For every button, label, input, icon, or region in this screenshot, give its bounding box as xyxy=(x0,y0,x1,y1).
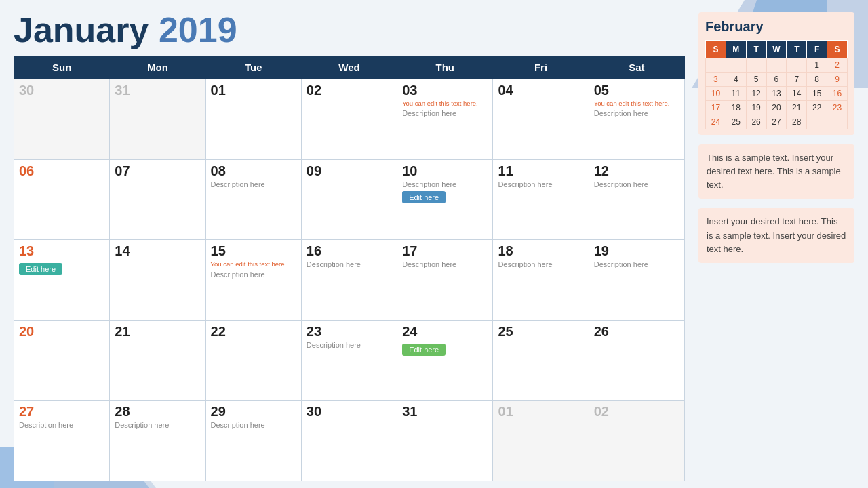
mini-day-cell: 16 xyxy=(827,87,848,101)
mini-day-cell: 15 xyxy=(807,87,827,101)
day-number: 15 xyxy=(211,243,296,259)
day-number: 07 xyxy=(115,163,200,179)
mini-day-cell: 20 xyxy=(766,101,787,115)
month-label: January xyxy=(14,10,149,49)
day-number: 14 xyxy=(115,243,200,259)
mini-calendar-container: February S M T W T F S 12345678910111213… xyxy=(698,12,854,135)
mini-header-tue: T xyxy=(746,41,766,58)
mini-day-cell: 27 xyxy=(766,115,787,129)
mini-day-cell: 21 xyxy=(787,101,807,115)
day-number: 31 xyxy=(402,404,488,420)
day-number: 26 xyxy=(594,324,679,340)
day-number: 22 xyxy=(211,324,296,340)
you-can-edit-text: You can edit this text here. xyxy=(211,260,296,268)
day-number: 02 xyxy=(307,83,392,98)
day-number: 21 xyxy=(115,324,200,340)
mini-week-row: 17181920212223 xyxy=(706,101,848,115)
day-number: 04 xyxy=(498,83,583,98)
cal-day-cell: 24Edit here xyxy=(397,320,493,401)
mini-day-cell: 25 xyxy=(726,115,746,129)
mini-day-cell xyxy=(746,58,766,73)
day-number: 30 xyxy=(19,83,104,98)
day-description: Description here xyxy=(594,180,679,188)
mini-day-cell: 8 xyxy=(807,73,827,87)
mini-day-cell: 6 xyxy=(766,73,787,87)
mini-day-cell: 17 xyxy=(706,101,726,115)
day-number: 10 xyxy=(402,163,488,179)
weekday-header-fri: Fri xyxy=(493,56,589,79)
day-number: 19 xyxy=(594,243,679,259)
cal-day-cell: 02 xyxy=(301,79,397,160)
mini-day-cell: 12 xyxy=(746,87,766,101)
day-number: 05 xyxy=(594,83,679,98)
mini-week-row: 10111213141516 xyxy=(706,87,848,101)
cal-day-cell: 18Description here xyxy=(493,240,589,321)
weekday-header-sat: Sat xyxy=(589,56,684,79)
day-description: Description here xyxy=(211,421,296,429)
edit-tag[interactable]: Edit here xyxy=(19,263,62,275)
cal-day-cell: 27Description here xyxy=(14,401,110,481)
mini-day-cell: 5 xyxy=(746,73,766,87)
cal-day-cell: 30 xyxy=(14,79,110,160)
day-number: 12 xyxy=(594,163,679,179)
weekday-header-sun: Sun xyxy=(14,56,110,79)
mini-day-cell: 26 xyxy=(746,115,766,129)
day-description: Description here xyxy=(498,180,583,188)
mini-header-sun: S xyxy=(706,41,726,58)
cal-day-cell: 12Description here xyxy=(589,159,684,240)
edit-tag[interactable]: Edit here xyxy=(402,344,446,356)
mini-week-row: 2425262728 xyxy=(706,115,848,129)
day-number: 08 xyxy=(211,163,296,179)
day-number: 16 xyxy=(307,243,392,259)
day-description: Description here xyxy=(402,180,488,188)
day-description: Description here xyxy=(115,421,200,429)
cal-week-row: 060708Description here0910Description he… xyxy=(14,159,685,240)
day-description: Description here xyxy=(594,260,679,268)
day-number: 03 xyxy=(402,83,488,98)
cal-week-row: 20212223Description here24Edit here2526 xyxy=(14,320,685,401)
day-number: 28 xyxy=(115,404,200,420)
mini-calendar-table: S M T W T F S 12345678910111213141516171… xyxy=(705,40,848,129)
calendar-title: January 2019 xyxy=(14,12,685,47)
mini-day-cell xyxy=(706,58,726,73)
day-number: 11 xyxy=(498,163,583,179)
cal-day-cell: 16Description here xyxy=(301,240,397,321)
cal-day-cell: 22 xyxy=(205,320,301,401)
mini-day-cell xyxy=(807,115,827,129)
cal-day-cell: 09 xyxy=(301,159,397,240)
day-description: Description here xyxy=(594,109,679,117)
cal-day-cell: 13Edit here xyxy=(14,240,110,321)
mini-day-cell xyxy=(787,58,807,73)
day-number: 23 xyxy=(307,324,392,340)
mini-header-fri: F xyxy=(807,41,827,58)
day-number: 06 xyxy=(19,163,104,179)
mini-day-cell: 23 xyxy=(827,101,848,115)
cal-day-cell: 29Description here xyxy=(205,401,301,481)
weekday-header-tue: Tue xyxy=(205,56,301,79)
cal-day-cell: 05You can edit this text here.Descriptio… xyxy=(589,79,684,160)
sidebar-text-1: This is a sample text. Insert your desir… xyxy=(698,144,854,199)
mini-day-cell xyxy=(827,115,848,129)
mini-day-cell: 19 xyxy=(746,101,766,115)
mini-day-cell: 9 xyxy=(827,73,848,87)
mini-day-cell xyxy=(726,58,746,73)
cal-day-cell: 21 xyxy=(110,320,205,401)
weekday-header-wed: Wed xyxy=(301,56,397,79)
cal-day-cell: 30 xyxy=(301,401,397,481)
cal-day-cell: 11Description here xyxy=(493,159,589,240)
mini-day-cell: 14 xyxy=(787,87,807,101)
year-label: 2019 xyxy=(159,10,237,49)
day-description: Description here xyxy=(498,260,583,268)
cal-day-cell: 02 xyxy=(589,401,684,481)
main-container: January 2019 SunMonTueWedThuFriSat 30310… xyxy=(0,0,868,488)
day-number: 20 xyxy=(19,324,104,340)
day-number: 31 xyxy=(115,83,200,98)
day-description: Description here xyxy=(307,341,392,349)
edit-tag[interactable]: Edit here xyxy=(402,191,446,203)
you-can-edit-text: You can edit this text here. xyxy=(594,100,679,108)
cal-day-cell: 15You can edit this text here.Descriptio… xyxy=(205,240,301,321)
mini-week-row: 3456789 xyxy=(706,73,848,87)
day-number: 01 xyxy=(498,404,583,420)
mini-header-wed: W xyxy=(766,41,787,58)
day-description: Description here xyxy=(402,109,488,117)
